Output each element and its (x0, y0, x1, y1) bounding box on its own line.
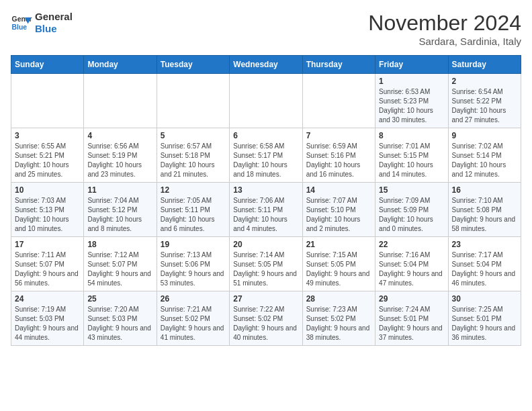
weekday-header: Tuesday (157, 56, 229, 74)
calendar-cell: 12Sunrise: 7:05 AM Sunset: 5:11 PM Dayli… (157, 183, 229, 237)
calendar-cell: 22Sunrise: 7:16 AM Sunset: 5:04 PM Dayli… (375, 237, 448, 291)
calendar-cell: 18Sunrise: 7:12 AM Sunset: 5:07 PM Dayli… (84, 237, 157, 291)
page-header: General Blue General Blue November 2024 … (11, 11, 521, 47)
calendar-cell (302, 74, 375, 128)
day-info: Sunrise: 7:21 AM Sunset: 5:02 PM Dayligh… (161, 305, 226, 342)
day-info: Sunrise: 7:19 AM Sunset: 5:03 PM Dayligh… (15, 305, 80, 342)
day-info: Sunrise: 7:16 AM Sunset: 5:04 PM Dayligh… (379, 250, 444, 288)
day-info: Sunrise: 7:17 AM Sunset: 5:04 PM Dayligh… (452, 250, 517, 288)
day-number: 28 (306, 294, 371, 304)
calendar-cell: 16Sunrise: 7:10 AM Sunset: 5:08 PM Dayli… (448, 183, 521, 237)
calendar-cell: 13Sunrise: 7:06 AM Sunset: 5:11 PM Dayli… (230, 183, 302, 237)
day-number: 19 (161, 240, 226, 249)
day-info: Sunrise: 7:15 AM Sunset: 5:05 PM Dayligh… (306, 250, 371, 288)
day-number: 24 (15, 294, 80, 304)
logo-icon: General Blue (11, 12, 32, 34)
calendar-cell (84, 74, 157, 128)
day-number: 26 (161, 294, 226, 304)
calendar-cell: 15Sunrise: 7:09 AM Sunset: 5:09 PM Dayli… (375, 183, 448, 237)
day-info: Sunrise: 7:23 AM Sunset: 5:02 PM Dayligh… (306, 305, 371, 342)
calendar-cell: 1Sunrise: 6:53 AM Sunset: 5:23 PM Daylig… (375, 74, 448, 128)
day-number: 9 (452, 131, 517, 140)
location-subtitle: Sardara, Sardinia, Italy (368, 36, 521, 47)
day-info: Sunrise: 6:56 AM Sunset: 5:19 PM Dayligh… (87, 142, 152, 179)
day-number: 23 (452, 240, 517, 249)
calendar-cell: 7Sunrise: 6:59 AM Sunset: 5:16 PM Daylig… (302, 128, 375, 183)
day-info: Sunrise: 7:05 AM Sunset: 5:11 PM Dayligh… (161, 196, 226, 234)
day-number: 8 (379, 131, 444, 140)
day-number: 6 (233, 131, 298, 140)
day-info: Sunrise: 7:14 AM Sunset: 5:05 PM Dayligh… (233, 250, 298, 288)
day-number: 25 (87, 294, 152, 304)
calendar-cell: 20Sunrise: 7:14 AM Sunset: 5:05 PM Dayli… (230, 237, 302, 291)
day-number: 3 (15, 131, 80, 140)
calendar-cell: 26Sunrise: 7:21 AM Sunset: 5:02 PM Dayli… (157, 291, 229, 346)
day-info: Sunrise: 7:07 AM Sunset: 5:10 PM Dayligh… (306, 196, 371, 234)
calendar-cell: 28Sunrise: 7:23 AM Sunset: 5:02 PM Dayli… (302, 291, 375, 346)
day-number: 4 (87, 131, 152, 140)
calendar-week-row: 10Sunrise: 7:03 AM Sunset: 5:13 PM Dayli… (11, 183, 521, 237)
calendar-cell: 29Sunrise: 7:24 AM Sunset: 5:01 PM Dayli… (375, 291, 448, 346)
calendar-cell: 11Sunrise: 7:04 AM Sunset: 5:12 PM Dayli… (84, 183, 157, 237)
day-info: Sunrise: 7:22 AM Sunset: 5:02 PM Dayligh… (233, 305, 298, 342)
calendar-cell: 30Sunrise: 7:25 AM Sunset: 5:01 PM Dayli… (448, 291, 521, 346)
day-info: Sunrise: 7:24 AM Sunset: 5:01 PM Dayligh… (379, 305, 444, 342)
day-number: 13 (233, 185, 298, 195)
day-number: 15 (379, 185, 444, 195)
day-number: 10 (15, 185, 80, 195)
calendar-cell (230, 74, 302, 128)
calendar-cell (157, 74, 229, 128)
day-number: 11 (87, 185, 152, 195)
day-info: Sunrise: 7:09 AM Sunset: 5:09 PM Dayligh… (379, 196, 444, 234)
day-info: Sunrise: 7:11 AM Sunset: 5:07 PM Dayligh… (15, 250, 80, 288)
weekday-header: Thursday (302, 56, 375, 74)
day-number: 14 (306, 185, 371, 195)
calendar-cell: 14Sunrise: 7:07 AM Sunset: 5:10 PM Dayli… (302, 183, 375, 237)
day-number: 5 (161, 131, 226, 140)
weekday-header: Friday (375, 56, 448, 74)
calendar-cell: 24Sunrise: 7:19 AM Sunset: 5:03 PM Dayli… (11, 291, 84, 346)
day-number: 7 (306, 131, 371, 140)
day-info: Sunrise: 6:55 AM Sunset: 5:21 PM Dayligh… (15, 142, 80, 179)
day-info: Sunrise: 7:04 AM Sunset: 5:12 PM Dayligh… (87, 196, 152, 234)
month-title: November 2024 (368, 11, 521, 36)
svg-text:Blue: Blue (12, 24, 28, 31)
calendar-header-row: SundayMondayTuesdayWednesdayThursdayFrid… (11, 56, 521, 74)
day-info: Sunrise: 7:01 AM Sunset: 5:15 PM Dayligh… (379, 142, 444, 179)
calendar-cell: 3Sunrise: 6:55 AM Sunset: 5:21 PM Daylig… (11, 128, 84, 183)
day-number: 27 (233, 294, 298, 304)
calendar-week-row: 1Sunrise: 6:53 AM Sunset: 5:23 PM Daylig… (11, 74, 521, 128)
day-number: 12 (161, 185, 226, 195)
day-info: Sunrise: 7:12 AM Sunset: 5:07 PM Dayligh… (87, 250, 152, 288)
calendar-cell: 17Sunrise: 7:11 AM Sunset: 5:07 PM Dayli… (11, 237, 84, 291)
day-number: 30 (452, 294, 517, 304)
day-info: Sunrise: 7:02 AM Sunset: 5:14 PM Dayligh… (452, 142, 517, 179)
calendar-cell: 4Sunrise: 6:56 AM Sunset: 5:19 PM Daylig… (84, 128, 157, 183)
calendar-cell: 9Sunrise: 7:02 AM Sunset: 5:14 PM Daylig… (448, 128, 521, 183)
day-info: Sunrise: 7:06 AM Sunset: 5:11 PM Dayligh… (233, 196, 298, 234)
logo: General Blue General Blue (11, 11, 73, 35)
weekday-header: Monday (84, 56, 157, 74)
calendar-week-row: 24Sunrise: 7:19 AM Sunset: 5:03 PM Dayli… (11, 291, 521, 346)
weekday-header: Saturday (448, 56, 521, 74)
weekday-header: Sunday (11, 56, 84, 74)
calendar-cell: 2Sunrise: 6:54 AM Sunset: 5:22 PM Daylig… (448, 74, 521, 128)
day-info: Sunrise: 7:25 AM Sunset: 5:01 PM Dayligh… (452, 305, 517, 342)
calendar-cell: 27Sunrise: 7:22 AM Sunset: 5:02 PM Dayli… (230, 291, 302, 346)
day-number: 1 (379, 77, 444, 86)
calendar-cell: 10Sunrise: 7:03 AM Sunset: 5:13 PM Dayli… (11, 183, 84, 237)
logo-text: General Blue (35, 11, 73, 35)
calendar-table: SundayMondayTuesdayWednesdayThursdayFrid… (11, 55, 521, 346)
calendar-cell: 6Sunrise: 6:58 AM Sunset: 5:17 PM Daylig… (230, 128, 302, 183)
day-info: Sunrise: 6:59 AM Sunset: 5:16 PM Dayligh… (306, 142, 371, 179)
calendar-cell: 19Sunrise: 7:13 AM Sunset: 5:06 PM Dayli… (157, 237, 229, 291)
title-block: November 2024 Sardara, Sardinia, Italy (368, 11, 521, 47)
calendar-cell: 21Sunrise: 7:15 AM Sunset: 5:05 PM Dayli… (302, 237, 375, 291)
calendar-cell: 5Sunrise: 6:57 AM Sunset: 5:18 PM Daylig… (157, 128, 229, 183)
calendar-week-row: 17Sunrise: 7:11 AM Sunset: 5:07 PM Dayli… (11, 237, 521, 291)
calendar-cell: 23Sunrise: 7:17 AM Sunset: 5:04 PM Dayli… (448, 237, 521, 291)
day-number: 20 (233, 240, 298, 249)
day-info: Sunrise: 6:53 AM Sunset: 5:23 PM Dayligh… (379, 87, 444, 125)
day-info: Sunrise: 7:03 AM Sunset: 5:13 PM Dayligh… (15, 196, 80, 234)
day-info: Sunrise: 6:58 AM Sunset: 5:17 PM Dayligh… (233, 142, 298, 179)
